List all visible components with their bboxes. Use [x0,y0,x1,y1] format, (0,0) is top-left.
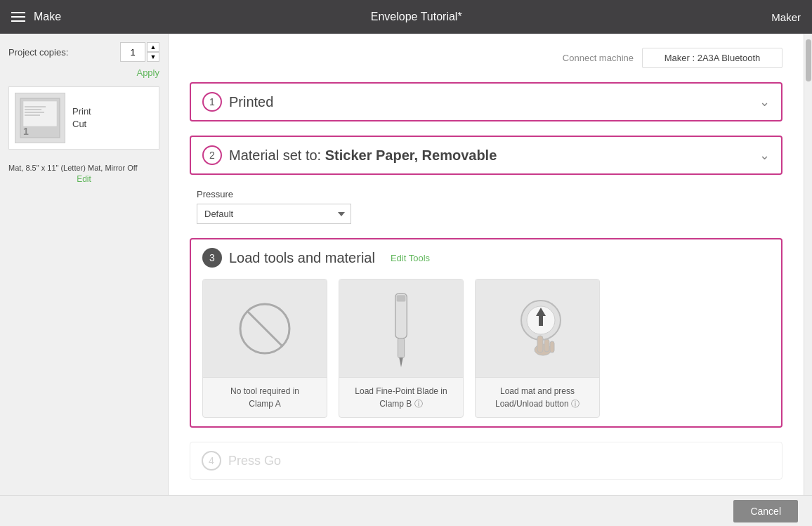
copies-stepper: ▲ ▼ [147,42,159,62]
step2-title: Material set to: Sticker Paper, Removabl… [229,147,497,164]
load-mat-image [476,280,599,378]
step2-section: 2 Material set to: Sticker Paper, Remova… [190,136,782,175]
step1-circle: 1 [202,92,222,112]
project-copies-label: Project copies: [8,47,120,58]
mat-info: Mat, 8.5" x 11" (Letter) Mat, Mirror Off [8,162,159,174]
no-tool-image [203,280,327,378]
load-mat-info-icon[interactable]: ⓘ [571,399,579,409]
preview-thumbnail: 1 [15,93,65,143]
scrollbar-track[interactable] [804,34,812,495]
fine-point-info-icon[interactable]: ⓘ [414,399,423,409]
fine-point-label: Load Fine-Point Blade inClamp B ⓘ [346,378,455,417]
make-label: Make [34,11,61,23]
footer: Cancel [0,495,812,526]
connect-machine-button[interactable]: Maker : 2A3A Bluetooth [642,48,782,68]
edit-link[interactable]: Edit [8,174,159,184]
connect-row: Connect machine Maker : 2A3A Bluetooth [190,48,782,68]
pressure-section: Pressure Default More Less [190,189,782,224]
step1-chevron: ⌄ [759,94,770,110]
project-copies-row: Project copies: ▲ ▼ [8,42,159,62]
svg-text:1: 1 [23,126,29,137]
connect-label: Connect machine [563,53,634,63]
cancel-button[interactable]: Cancel [733,500,798,522]
tool-card-load-mat: Load mat and pressLoad/Unload button ⓘ [475,279,600,418]
step2-header[interactable]: 2 Material set to: Sticker Paper, Remova… [202,145,770,165]
tool-card-fine-point: Load Fine-Point Blade inClamp B ⓘ [339,279,464,418]
step2-circle: 2 [202,145,222,165]
pressure-select[interactable]: Default More Less [197,204,351,224]
step3-content: 3 Load tools and material Edit Tools [202,248,770,418]
step3-section: 3 Load tools and material Edit Tools [190,238,782,428]
pressure-label: Pressure [197,189,782,199]
svg-marker-12 [399,357,403,367]
svg-rect-16 [539,316,543,326]
load-mat-press-icon [502,294,572,364]
no-tool-label: No tool required inClamp A [222,378,308,417]
step3-title: Load tools and material [229,250,375,266]
step4-circle: 4 [202,451,221,471]
fine-point-blade-icon [384,290,419,367]
svg-rect-1 [23,101,57,126]
step3-header-left: 3 Load tools and material Edit Tools [202,248,430,268]
main-content: Connect machine Maker : 2A3A Bluetooth 1… [169,34,804,495]
svg-rect-19 [544,339,549,352]
copies-up-button[interactable]: ▲ [147,42,159,52]
page-title: Envelope Tutorial* [61,11,771,23]
step3-circle: 3 [202,248,222,268]
preview-card: 1 Print Cut [8,86,159,150]
hamburger-menu[interactable] [11,12,25,22]
step4-title: Press Go [228,454,281,468]
svg-rect-18 [537,336,543,353]
scrollbar-thumb[interactable] [806,39,811,81]
step1-title: Printed [229,94,273,110]
tool-cards-container: No tool required inClamp A [202,279,770,418]
step4-section: 4 Press Go [190,442,782,480]
no-tool-icon [237,301,293,357]
copies-input[interactable] [120,42,145,62]
step1-header-left: 1 Printed [202,92,273,112]
step2-chevron: ⌄ [759,147,770,163]
svg-rect-20 [550,341,554,353]
machine-label: Maker [771,11,801,23]
copies-down-button[interactable]: ▼ [147,52,159,62]
preview-label: Print Cut [72,105,91,131]
edit-tools-link[interactable]: Edit Tools [391,253,430,263]
main-layout: Project copies: ▲ ▼ Apply 1 [0,34,812,495]
app-header: Make Envelope Tutorial* Maker [0,0,812,34]
apply-button[interactable]: Apply [8,67,159,78]
preview-svg: 1 [19,97,61,139]
svg-rect-10 [397,295,406,301]
load-mat-label: Load mat and pressLoad/Unload button ⓘ [487,378,588,417]
sidebar: Project copies: ▲ ▼ Apply 1 [0,34,169,495]
svg-rect-11 [398,338,404,357]
step1-section: 1 Printed ⌄ [190,82,782,121]
step1-header[interactable]: 1 Printed ⌄ [202,92,770,112]
step2-header-left: 2 Material set to: Sticker Paper, Remova… [202,145,497,165]
svg-line-8 [247,311,282,346]
tool-card-no-tool: No tool required inClamp A [202,279,327,418]
fine-point-image [339,280,463,378]
step3-header: 3 Load tools and material Edit Tools [202,248,770,268]
